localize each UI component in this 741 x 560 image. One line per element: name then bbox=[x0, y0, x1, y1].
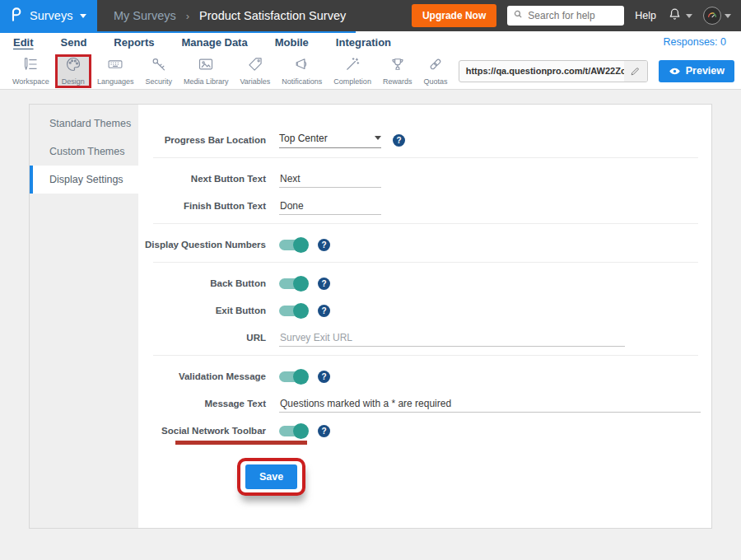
nav-tab-edit[interactable]: Edit bbox=[13, 36, 34, 49]
next-button-text-label: Next Button Text bbox=[138, 174, 266, 184]
nav-tab-manage-data[interactable]: Manage Data bbox=[181, 36, 247, 49]
trophy-icon bbox=[389, 56, 406, 76]
chain-link-icon bbox=[427, 56, 444, 76]
exit-url-input[interactable] bbox=[279, 329, 625, 347]
help-icon[interactable]: ? bbox=[393, 134, 405, 147]
upgrade-now-button[interactable]: Upgrade Now bbox=[412, 4, 496, 27]
finish-button-text-label: Finish Button Text bbox=[138, 201, 266, 211]
app-menu-label: Surveys bbox=[30, 9, 72, 22]
social-network-toolbar-row: Social Network Toolbar ? bbox=[138, 420, 711, 441]
tool-completion[interactable]: Completion bbox=[328, 54, 377, 88]
tool-rewards[interactable]: Rewards bbox=[377, 54, 418, 88]
eye-icon bbox=[669, 65, 681, 77]
progress-bar-location-label: Progress Bar Location bbox=[138, 135, 266, 145]
tool-workspace[interactable]: Workspace bbox=[7, 54, 55, 88]
key-icon bbox=[151, 56, 167, 76]
section-nav: Edit Send Reports Manage Data Mobile Int… bbox=[0, 31, 741, 53]
help-search-input[interactable] bbox=[528, 10, 618, 21]
tool-quotas[interactable]: Quotas bbox=[417, 54, 453, 88]
bell-icon bbox=[667, 7, 683, 26]
responses-count[interactable]: Responses: 0 bbox=[664, 36, 726, 48]
questionpro-logo-icon bbox=[8, 6, 24, 26]
breadcrumb-parent[interactable]: My Surveys bbox=[114, 9, 176, 22]
message-text-label: Message Text bbox=[138, 399, 266, 408]
divider bbox=[153, 223, 698, 224]
tool-languages[interactable]: Languages bbox=[91, 54, 140, 88]
validation-message-toggle[interactable] bbox=[279, 371, 306, 382]
social-network-toolbar-label: Social Network Toolbar bbox=[138, 426, 266, 436]
finish-button-text-row: Finish Button Text bbox=[138, 195, 711, 217]
help-icon[interactable]: ? bbox=[318, 371, 330, 383]
nav-tab-send[interactable]: Send bbox=[61, 36, 87, 49]
exit-url-row: URL bbox=[138, 327, 711, 348]
finish-button-text-input[interactable] bbox=[279, 198, 381, 215]
exit-button-row: Exit Button ? bbox=[138, 300, 711, 321]
page-title: Product Satisfaction Survey bbox=[199, 9, 346, 22]
notifications-menu[interactable] bbox=[667, 7, 692, 26]
back-button-toggle[interactable] bbox=[279, 278, 306, 289]
help-icon[interactable]: ? bbox=[318, 425, 330, 437]
workspace-icon bbox=[22, 56, 39, 76]
help-icon[interactable]: ? bbox=[318, 305, 330, 317]
breadcrumb: My Surveys › Product Satisfaction Survey bbox=[114, 9, 346, 22]
main-content: Standard Themes Custom Themes Display Se… bbox=[0, 90, 741, 529]
nav-tab-integration[interactable]: Integration bbox=[336, 36, 391, 49]
tool-notifications[interactable]: Notifications bbox=[276, 54, 328, 88]
tool-variables[interactable]: Variables bbox=[234, 54, 276, 88]
nav-tab-mobile[interactable]: Mobile bbox=[275, 36, 309, 49]
display-question-numbers-label: Display Question Numbers bbox=[138, 240, 266, 250]
help-icon[interactable]: ? bbox=[318, 278, 330, 290]
next-button-text-row: Next Button Text bbox=[138, 168, 711, 189]
nav-tab-reports[interactable]: Reports bbox=[114, 36, 154, 49]
tool-security[interactable]: Security bbox=[139, 54, 178, 88]
display-question-numbers-row: Display Question Numbers ? bbox=[138, 234, 711, 255]
survey-url-field[interactable]: https://qa.questionpro.com/t/AW22Zcq2J bbox=[459, 60, 648, 82]
edit-url-button[interactable] bbox=[624, 61, 647, 82]
preview-button[interactable]: Preview bbox=[659, 60, 734, 82]
chevron-down-icon bbox=[686, 14, 692, 18]
design-settings-card: Standard Themes Custom Themes Display Se… bbox=[29, 104, 712, 529]
top-header: Surveys My Surveys › Product Satisfactio… bbox=[0, 0, 741, 31]
sidebar-item-custom-themes[interactable]: Custom Themes bbox=[30, 138, 138, 166]
search-icon bbox=[513, 8, 524, 23]
app-menu[interactable]: Surveys bbox=[0, 0, 97, 31]
edit-toolbar: Workspace Design Languages Security Medi… bbox=[0, 53, 741, 90]
validation-message-label: Validation Message bbox=[138, 371, 266, 381]
chevron-down-icon bbox=[725, 14, 731, 18]
tool-design[interactable]: Design bbox=[55, 54, 91, 88]
social-network-toolbar-toggle[interactable] bbox=[279, 426, 306, 436]
progress-bar-location-row: Progress Bar Location Top Center ? bbox=[138, 129, 711, 151]
breadcrumb-separator-icon: › bbox=[186, 10, 189, 22]
back-button-row: Back Button ? bbox=[138, 273, 711, 294]
exit-button-toggle[interactable] bbox=[279, 306, 306, 316]
divider bbox=[153, 355, 698, 356]
divider bbox=[153, 262, 698, 263]
pencil-icon bbox=[630, 66, 641, 77]
avatar bbox=[703, 7, 721, 25]
message-text-row: Message Text bbox=[138, 393, 711, 414]
image-icon bbox=[198, 56, 214, 76]
chevron-down-icon bbox=[375, 136, 381, 140]
sidebar-item-standard-themes[interactable]: Standard Themes bbox=[30, 110, 138, 138]
message-text-input[interactable] bbox=[279, 395, 701, 413]
sidebar-item-display-settings[interactable]: Display Settings bbox=[30, 166, 138, 194]
account-menu[interactable] bbox=[703, 7, 731, 25]
keyboard-icon bbox=[107, 56, 124, 76]
design-palette-icon bbox=[65, 56, 82, 76]
next-button-text-input[interactable] bbox=[279, 170, 381, 188]
social-toolbar-underline-annotation bbox=[175, 441, 307, 445]
exit-button-label: Exit Button bbox=[138, 306, 266, 315]
tool-media-library[interactable]: Media Library bbox=[178, 54, 235, 88]
megaphone-icon bbox=[294, 56, 310, 76]
tag-icon bbox=[247, 56, 263, 76]
help-icon[interactable]: ? bbox=[318, 239, 330, 251]
display-question-numbers-toggle[interactable] bbox=[279, 240, 306, 250]
help-search[interactable] bbox=[507, 6, 624, 26]
magic-wand-icon bbox=[344, 56, 361, 76]
header-accent-bar bbox=[0, 31, 356, 33]
display-settings-form: Progress Bar Location Top Center ? Next … bbox=[138, 105, 711, 528]
chevron-down-icon bbox=[80, 14, 86, 18]
save-button[interactable]: Save bbox=[245, 464, 297, 489]
progress-bar-location-select[interactable]: Top Center bbox=[279, 133, 381, 148]
help-link[interactable]: Help bbox=[635, 10, 656, 21]
